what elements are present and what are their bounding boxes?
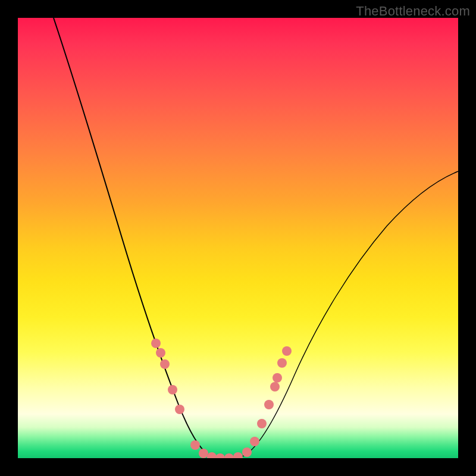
marker-dot <box>207 452 217 458</box>
marker-dot <box>224 453 234 458</box>
marker-dot <box>242 447 252 457</box>
marker-dot <box>175 405 184 414</box>
marker-dot <box>282 346 292 356</box>
marker-dot <box>190 440 200 450</box>
marker-dot <box>199 449 208 458</box>
curve-layer <box>18 18 458 458</box>
bottleneck-curve-left <box>54 18 214 457</box>
marker-group <box>151 339 292 458</box>
marker-dot <box>156 348 165 358</box>
chart-frame: TheBottleneck.com <box>0 0 476 476</box>
marker-dot <box>270 382 280 392</box>
marker-dot <box>277 358 287 368</box>
marker-dot <box>160 359 170 369</box>
marker-dot <box>264 400 274 409</box>
marker-dot <box>215 453 225 458</box>
plot-area <box>18 18 458 458</box>
watermark-text: TheBottleneck.com <box>356 4 470 19</box>
bottleneck-curve-right <box>241 171 458 457</box>
marker-dot <box>250 437 259 446</box>
marker-dot <box>233 452 243 458</box>
marker-dot <box>257 419 267 428</box>
marker-dot <box>151 339 161 348</box>
marker-dot <box>168 385 177 394</box>
marker-dot <box>273 373 282 383</box>
